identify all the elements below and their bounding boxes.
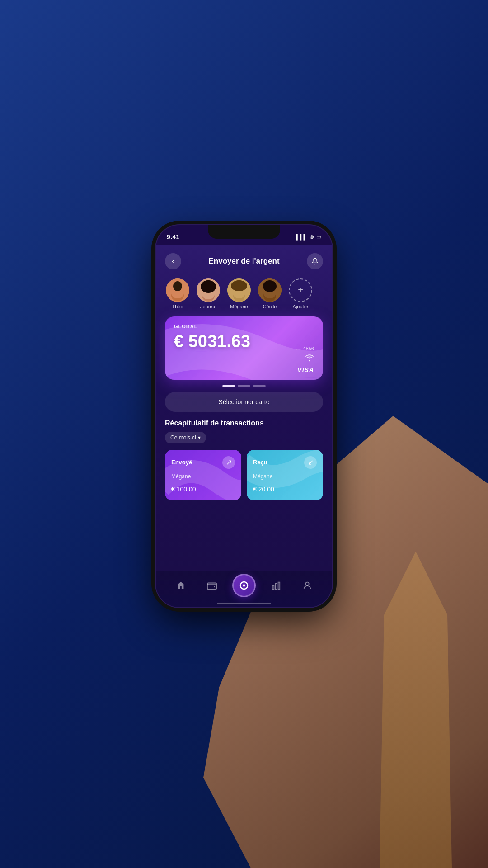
notch: [208, 225, 280, 239]
transaction-cards: Envoyé ↗ Mégane € 100.00: [165, 450, 323, 500]
transaction-received[interactable]: Reçu ↙ Mégane € 20.00: [247, 450, 323, 500]
nav-home[interactable]: [170, 580, 192, 590]
svg-point-27: [306, 582, 309, 585]
svg-rect-25: [275, 583, 277, 589]
contacts-row: Théo: [156, 274, 332, 316]
nav-send[interactable]: [232, 574, 256, 597]
svg-point-14: [240, 288, 242, 290]
transactions-title: Récapitulatif de transactions: [165, 419, 323, 427]
dot-2: [238, 385, 250, 387]
battery-icon: ▭: [316, 234, 321, 240]
contactless-icon: [305, 353, 314, 364]
svg-rect-21: [207, 583, 216, 590]
status-icons: ▌▌▌ ⊜ ▭: [296, 234, 321, 240]
bank-card[interactable]: GLOBAL € 5031.63 .... 4856 VISA: [165, 316, 323, 380]
dot-1: [222, 385, 235, 387]
chevron-down-icon: ▾: [198, 434, 201, 441]
contact-megane[interactable]: Mégane: [226, 278, 252, 309]
svg-point-9: [210, 288, 211, 290]
app-content: ‹ Envoyer de l'argent: [156, 245, 332, 607]
contact-megane-name: Mégane: [230, 304, 248, 309]
transactions-section: Récapitulatif de transactions Ce mois-ci…: [156, 417, 332, 500]
phone-frame: 9:41 ▌▌▌ ⊜ ▭ ‹ Envoyer de l'argent: [156, 225, 332, 607]
svg-point-18: [267, 288, 269, 289]
card-section: GLOBAL € 5031.63 .... 4856 VISA: [156, 316, 332, 387]
svg-point-11: [232, 280, 246, 290]
svg-point-4: [178, 287, 180, 289]
contact-add[interactable]: + Ajouter: [288, 278, 313, 309]
svg-point-16: [265, 282, 275, 292]
avatar-jeanne: [197, 278, 220, 302]
svg-point-7: [202, 290, 215, 302]
svg-point-2: [171, 290, 184, 301]
dot-3: [253, 385, 266, 387]
nav-profile[interactable]: [296, 580, 318, 590]
svg-point-19: [271, 288, 272, 289]
page-title: Envoyer de l'argent: [181, 257, 307, 266]
header: ‹ Envoyer de l'argent: [156, 245, 332, 274]
contact-add-name: Ajouter: [293, 304, 309, 309]
card-visa-label: VISA: [297, 366, 314, 373]
filter-label: Ce mois-ci: [170, 434, 196, 441]
card-number: .... 4856: [296, 346, 314, 351]
avatar-cecile: [258, 278, 282, 302]
svg-rect-24: [272, 585, 274, 589]
avatar-megane: [227, 278, 251, 302]
bottom-nav: [156, 571, 332, 607]
filter-button[interactable]: Ce mois-ci ▾: [165, 432, 206, 443]
svg-rect-26: [278, 582, 280, 590]
card-dots: [165, 385, 323, 387]
add-contact-circle[interactable]: +: [289, 278, 312, 302]
signal-icon: ▌▌▌: [296, 234, 307, 240]
svg-point-5: [197, 278, 220, 302]
contact-theo-name: Théo: [172, 304, 183, 309]
svg-point-13: [237, 288, 238, 290]
svg-point-1: [173, 283, 182, 292]
contact-jeanne-name: Jeanne: [200, 304, 216, 309]
filter-row: Ce mois-ci ▾: [165, 432, 323, 443]
nav-wallet[interactable]: [201, 580, 223, 590]
svg-point-17: [263, 290, 276, 302]
home-indicator: [217, 603, 271, 604]
nav-chart[interactable]: [265, 580, 287, 590]
card-footer: .... 4856 VISA: [296, 346, 314, 373]
select-card-button[interactable]: Sélectionner carte: [165, 392, 323, 412]
svg-point-6: [202, 280, 215, 291]
contact-cecile-name: Cécile: [263, 304, 277, 309]
svg-point-8: [206, 288, 207, 290]
back-button[interactable]: ‹: [165, 253, 181, 269]
svg-point-3: [175, 287, 177, 289]
svg-point-12: [233, 290, 245, 302]
avatar-theo: [166, 278, 189, 302]
svg-point-20: [309, 360, 310, 361]
wifi-icon: ⊜: [310, 234, 314, 240]
transaction-sent[interactable]: Envoyé ↗ Mégane € 100.00: [165, 450, 241, 500]
contact-theo[interactable]: Théo: [165, 278, 190, 309]
notification-button[interactable]: [307, 253, 323, 269]
contact-cecile[interactable]: Cécile: [257, 278, 282, 309]
status-time: 9:41: [167, 233, 179, 241]
contact-jeanne[interactable]: Jeanne: [196, 278, 221, 309]
svg-point-22: [214, 586, 215, 587]
